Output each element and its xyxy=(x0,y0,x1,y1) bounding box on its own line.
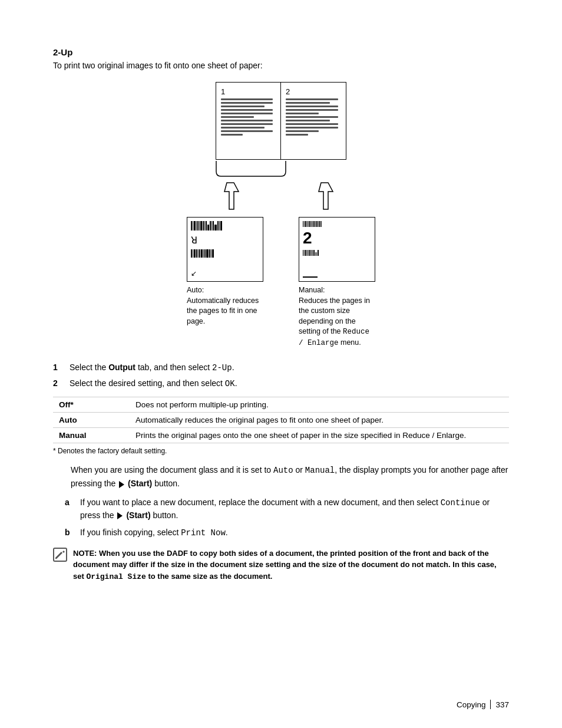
left-arrow xyxy=(222,180,246,212)
barcode-top xyxy=(191,221,259,230)
page-content: 2-Up To print two original images to fit… xyxy=(0,0,562,728)
line xyxy=(221,120,273,121)
table-row: Off* Does not perform multiple-up printi… xyxy=(53,397,509,413)
setting-auto: Auto xyxy=(53,413,130,428)
footer: Copying 337 xyxy=(457,700,509,709)
setting-off: Off* xyxy=(53,397,130,413)
note-block: NOTE: When you use the DADF to copy both… xyxy=(53,548,509,583)
footer-separator xyxy=(490,700,491,709)
line xyxy=(286,130,319,132)
body-paragraph: When you are using the document glass an… xyxy=(53,463,509,490)
sub-list: a If you want to place a new document, r… xyxy=(65,496,509,539)
section-title: 2-Up xyxy=(53,47,509,57)
footnote: * Denotes the factory default setting. xyxy=(53,447,509,455)
manual-num: 2 xyxy=(303,230,371,246)
line xyxy=(286,98,338,100)
page1-num: 1 xyxy=(221,87,276,96)
sub-label-a: a xyxy=(65,498,73,507)
line xyxy=(286,102,330,104)
step1-text: Select the Output tab, and then select 2… xyxy=(70,363,234,373)
play-icon-a xyxy=(117,512,123,519)
table-row: Manual Prints the original pages onto th… xyxy=(53,428,509,443)
manual-desc: Reduces the pages in the custom size dep… xyxy=(299,297,370,347)
sub-text-a: If you want to place a new document, rep… xyxy=(80,496,509,522)
arrows-row xyxy=(222,180,340,212)
line xyxy=(221,113,273,114)
right-arrow xyxy=(316,180,340,212)
line xyxy=(286,120,330,121)
line xyxy=(286,106,338,107)
auto-num: ꓤ xyxy=(191,235,259,246)
line xyxy=(221,98,273,100)
result-row: ꓤ xyxy=(187,217,375,348)
play-icon xyxy=(119,481,124,488)
settings-table: Off* Does not perform multiple-up printi… xyxy=(53,397,509,443)
line xyxy=(221,109,273,111)
source-page-2: 2 xyxy=(281,83,346,159)
auto-desc: Automatically reduces the pages to fit i… xyxy=(187,297,259,325)
step1-num: 1 xyxy=(53,363,62,372)
diagram: 1 2 xyxy=(53,82,509,348)
step2-num: 2 xyxy=(53,378,62,388)
pencil-icon xyxy=(54,549,66,560)
desc-manual: Prints the original pages onto the one s… xyxy=(130,428,509,443)
source-pages: 1 2 xyxy=(216,82,346,160)
bracket-svg xyxy=(210,160,352,177)
footer-page-num: 337 xyxy=(495,700,509,709)
page2-num: 2 xyxy=(286,87,341,96)
sub-item-b: b If you finish copying, select Print No… xyxy=(65,526,509,539)
line xyxy=(221,123,273,125)
line xyxy=(221,134,243,136)
manual-result-page: 2 xyxy=(299,217,375,282)
desc-auto: Automatically reduces the original pages… xyxy=(130,413,509,428)
page2-lines xyxy=(286,98,341,154)
line xyxy=(221,102,273,104)
manual-result: 2 xyxy=(299,217,375,348)
line xyxy=(286,113,319,114)
manual-label: Manual: xyxy=(299,286,325,294)
line xyxy=(221,130,273,132)
line xyxy=(286,123,338,125)
note-icon xyxy=(53,548,67,562)
manual-barcode-top xyxy=(303,221,371,227)
manual-barcode-bottom xyxy=(303,250,371,256)
auto-caption: Auto: Automatically reduces the pages to… xyxy=(187,285,263,327)
steps: 1 Select the Output tab, and then select… xyxy=(53,363,509,388)
step2-text: Select the desired setting, and then sel… xyxy=(70,378,237,388)
manual-line xyxy=(303,276,318,278)
line xyxy=(286,116,338,118)
sub-label-b: b xyxy=(65,528,73,537)
line xyxy=(221,106,265,107)
auto-result-page: ꓤ xyxy=(187,217,263,282)
line xyxy=(286,127,338,129)
table-row: Auto Automatically reduces the original … xyxy=(53,413,509,428)
line xyxy=(286,134,308,136)
intro-text: To print two original images to fit onto… xyxy=(53,61,509,70)
footer-label: Copying xyxy=(457,700,486,709)
desc-off: Does not perform multiple-up printing. xyxy=(130,397,509,413)
auto-result: ꓤ xyxy=(187,217,263,327)
step-2: 2 Select the desired setting, and then s… xyxy=(53,378,509,388)
line xyxy=(221,116,254,118)
line xyxy=(286,109,338,111)
note-text: NOTE: When you use the DADF to copy both… xyxy=(73,548,509,583)
step-1: 1 Select the Output tab, and then select… xyxy=(53,363,509,373)
sub-text-b: If you finish copying, select Print Now. xyxy=(80,526,228,539)
page1-lines xyxy=(221,98,276,154)
manual-caption: Manual: Reduces the pages in the custom … xyxy=(299,285,375,348)
line xyxy=(221,127,265,129)
auto-label: Auto: xyxy=(187,286,204,294)
auto-arrow: ↙ xyxy=(191,269,259,278)
barcode-bottom xyxy=(191,249,259,258)
setting-manual: Manual xyxy=(53,428,130,443)
sub-item-a: a If you want to place a new document, r… xyxy=(65,496,509,522)
source-page-1: 1 xyxy=(216,83,281,159)
